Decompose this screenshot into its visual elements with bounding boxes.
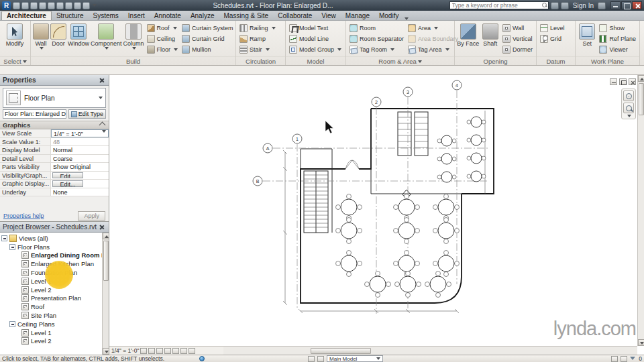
- qat-dropdown-icon[interactable]: [93, 4, 97, 7]
- display-model-value[interactable]: Normal: [51, 146, 109, 154]
- tag-area-button[interactable]: Tag Area: [407, 44, 460, 54]
- grid-button[interactable]: Grid: [539, 34, 566, 44]
- undo-icon[interactable]: [39, 2, 46, 9]
- graphics-section-header[interactable]: Graphics: [0, 121, 109, 129]
- railing-button[interactable]: Railing: [238, 23, 277, 33]
- tab-annotate[interactable]: Annotate: [150, 11, 186, 20]
- worksharing-icon[interactable]: [199, 356, 205, 361]
- curtain-grid-button[interactable]: Curtain Grid: [180, 34, 235, 44]
- floor-button[interactable]: Floor: [146, 44, 180, 54]
- tree-item-enlarged-dining[interactable]: Enlarged Dining Room Plan: [1, 251, 109, 260]
- area-boundary-button[interactable]: Area Boundary: [407, 34, 460, 44]
- ref-plane-button[interactable]: Ref Plane: [598, 34, 637, 44]
- close-icon[interactable]: [98, 223, 106, 231]
- parts-visibility-value[interactable]: Show Original: [51, 163, 109, 171]
- open-icon[interactable]: [13, 2, 20, 9]
- level-button[interactable]: Level: [539, 23, 566, 33]
- curtain-system-button[interactable]: Curtain System: [180, 23, 235, 33]
- tab-analyze[interactable]: Analyze: [186, 11, 219, 20]
- tab-architecture[interactable]: Architecture: [1, 11, 52, 20]
- view-close-icon[interactable]: [629, 78, 636, 85]
- area-button[interactable]: Area: [407, 23, 460, 33]
- tab-manage[interactable]: Manage: [341, 11, 374, 20]
- tab-structure[interactable]: Structure: [52, 11, 89, 20]
- sync-icon[interactable]: [30, 2, 38, 9]
- viewer-button[interactable]: Viewer: [598, 44, 637, 54]
- show-crop-region-icon[interactable]: [172, 348, 179, 354]
- canvas-vertical-scrollbar[interactable]: [637, 75, 644, 346]
- tree-item-level-2[interactable]: Level 2: [1, 286, 109, 294]
- by-face-button[interactable]: By Face: [457, 22, 480, 56]
- underlay-value[interactable]: None: [51, 188, 109, 196]
- tree-item-roof[interactable]: Roof: [1, 302, 109, 311]
- close-button[interactable]: [632, 1, 642, 9]
- set-button[interactable]: Set: [578, 22, 596, 56]
- vertical-opening-button[interactable]: Vertical: [501, 34, 534, 44]
- tag-room-button[interactable]: Tag Room: [348, 44, 405, 54]
- tree-views-all[interactable]: Views (all): [1, 234, 109, 243]
- exclude-options-icon[interactable]: [611, 356, 618, 362]
- save-icon[interactable]: [21, 2, 29, 9]
- view-scale-dropdown[interactable]: 1/4" = 1'-0": [51, 129, 109, 137]
- default-3d-view-icon[interactable]: [83, 2, 90, 9]
- panel-label-select[interactable]: Select: [0, 56, 30, 65]
- search-input[interactable]: [450, 2, 541, 9]
- visibility-edit-button[interactable]: Edit...: [52, 172, 83, 179]
- scrollbar-thumb[interactable]: [311, 348, 371, 354]
- type-selector[interactable]: Floor Plan: [3, 88, 106, 108]
- detail-level-value[interactable]: Coarse: [51, 155, 109, 163]
- minimize-button[interactable]: [610, 1, 621, 9]
- dormer-button[interactable]: Dormer: [501, 44, 534, 54]
- scrollbar-thumb[interactable]: [103, 241, 109, 281]
- component-button[interactable]: Component: [91, 22, 122, 56]
- maximize-button[interactable]: [621, 1, 631, 9]
- steering-wheel-icon[interactable]: [623, 90, 634, 101]
- scroll-down-icon[interactable]: [638, 339, 644, 346]
- ribbon-state-dropdown-icon[interactable]: [405, 17, 409, 20]
- canvas-horizontal-scrollbar[interactable]: [223, 346, 637, 355]
- search-icon[interactable]: [541, 2, 548, 9]
- tab-collaborate[interactable]: Collaborate: [273, 11, 317, 20]
- mullion-button[interactable]: Mullion: [180, 44, 235, 54]
- close-icon[interactable]: [98, 76, 106, 84]
- tree-item-enlarged-kitchen[interactable]: Enlarged Kitchen Plan: [1, 259, 109, 268]
- roof-button[interactable]: Roof: [146, 23, 180, 33]
- window-button[interactable]: Window: [68, 22, 89, 56]
- tree-collapse-icon[interactable]: [9, 244, 15, 250]
- tab-insert[interactable]: Insert: [123, 11, 150, 20]
- communication-center-icon[interactable]: [561, 2, 569, 9]
- tab-massing-site[interactable]: Massing & Site: [219, 11, 273, 20]
- collapse-section-icon[interactable]: [99, 122, 106, 129]
- print-icon[interactable]: [56, 2, 64, 9]
- view-selector-dropdown[interactable]: Floor Plan: Enlarged Di: [3, 109, 66, 119]
- panel-label-room-area[interactable]: Room & Area: [346, 56, 454, 65]
- tree-ceiling-plans[interactable]: Ceiling Plans: [1, 320, 109, 328]
- column-button[interactable]: Column: [123, 22, 144, 56]
- filter-icon[interactable]: [630, 356, 636, 362]
- scroll-up-icon[interactable]: [638, 75, 644, 82]
- redo-icon[interactable]: [48, 2, 55, 9]
- properties-header[interactable]: Properties: [0, 75, 109, 86]
- shadows-icon[interactable]: [156, 348, 163, 354]
- properties-help-link[interactable]: Properties help: [3, 213, 44, 219]
- wall-opening-button[interactable]: Wall: [501, 23, 534, 33]
- help-icon[interactable]: [598, 2, 606, 9]
- press-drag-icon[interactable]: [621, 356, 627, 362]
- tree-item-presentation-plan[interactable]: Presentation Plan: [1, 294, 109, 303]
- scroll-down-icon[interactable]: [103, 348, 109, 355]
- design-option-dropdown[interactable]: Main Model: [327, 355, 383, 362]
- show-button[interactable]: Show: [598, 23, 637, 33]
- tree-item-site-plan[interactable]: Site Plan: [1, 311, 109, 320]
- exchange-apps-icon[interactable]: [551, 2, 559, 9]
- drawing-area[interactable]: 1234AB 1/4" = 1'-0": [109, 75, 644, 355]
- tree-floor-plans[interactable]: Floor Plans: [1, 243, 109, 251]
- tag-icon[interactable]: [74, 2, 81, 9]
- ramp-button[interactable]: Ramp: [238, 34, 277, 44]
- scrollbar-thumb[interactable]: [639, 83, 644, 115]
- door-button[interactable]: Door: [50, 22, 66, 56]
- worksets-icon[interactable]: [308, 356, 315, 362]
- view-minimize-icon[interactable]: [610, 78, 617, 85]
- crop-view-icon[interactable]: [164, 348, 171, 354]
- measure-icon[interactable]: [65, 2, 72, 9]
- tab-modify[interactable]: Modify: [374, 11, 403, 20]
